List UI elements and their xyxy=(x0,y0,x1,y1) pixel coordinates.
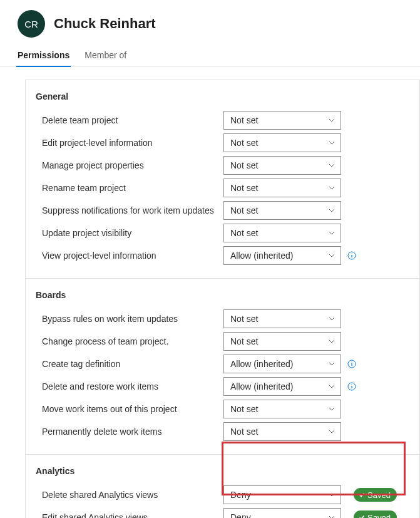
chevron-down-icon xyxy=(328,383,335,390)
permission-label: View project-level information xyxy=(36,251,223,261)
permission-label: Edit shared Analytics views xyxy=(36,512,223,518)
tab-permissions[interactable]: Permissions xyxy=(18,45,69,66)
saved-badge: Saved xyxy=(354,488,397,502)
permission-row: Bypass rules on work item updatesNot set xyxy=(36,308,409,330)
svg-point-5 xyxy=(351,361,352,362)
tab-label: Member of xyxy=(85,50,126,60)
permission-row: Update project visibilityNot set xyxy=(36,222,409,244)
chevron-down-icon xyxy=(328,229,335,237)
permission-row: Delete and restore work itemsAllow (inhe… xyxy=(36,375,409,398)
permission-label: Manage project properties xyxy=(36,160,223,170)
permission-select[interactable]: Allow (inherited) xyxy=(223,377,341,396)
permission-row: Create tag definitionAllow (inherited) xyxy=(36,353,409,375)
permission-row: Change process of team project.Not set xyxy=(36,330,409,353)
permission-select-value: Allow (inherited) xyxy=(230,359,293,369)
saved-badge-label: Saved xyxy=(367,513,391,519)
info-icon[interactable] xyxy=(347,360,356,368)
info-icon[interactable] xyxy=(347,382,356,391)
permission-row: Manage project propertiesNot set xyxy=(36,154,409,177)
permission-select-value: Not set xyxy=(230,336,258,346)
permission-row: Rename team projectNot set xyxy=(36,177,409,199)
avatar: CR xyxy=(18,10,45,38)
chevron-down-icon xyxy=(328,405,335,413)
permission-select[interactable]: Not set xyxy=(223,179,341,197)
permission-select[interactable]: Not set xyxy=(223,332,341,351)
permission-select-value: Not set xyxy=(230,404,258,414)
svg-point-2 xyxy=(351,253,352,254)
chevron-down-icon xyxy=(328,117,335,124)
section-boards: Boards Bypass rules on work item updates… xyxy=(26,279,419,449)
tab-member-of[interactable]: Member of xyxy=(85,45,126,66)
permission-select-value: Not set xyxy=(230,205,258,215)
permission-select-value: Allow (inherited) xyxy=(230,251,293,261)
section-general: General Delete team projectNot setEdit p… xyxy=(26,80,419,273)
chevron-down-icon xyxy=(328,338,335,345)
permission-select[interactable]: Not set xyxy=(223,309,341,328)
permission-row: Delete shared Analytics viewsDenySaved xyxy=(36,484,409,506)
permission-select[interactable]: Deny xyxy=(223,485,341,504)
permission-row: Edit shared Analytics viewsDenySaved xyxy=(36,506,409,518)
permission-label: Change process of team project. xyxy=(36,336,223,346)
chevron-down-icon xyxy=(328,162,335,169)
chevron-down-icon xyxy=(328,514,335,518)
permission-select[interactable]: Not set xyxy=(223,201,341,220)
permission-select[interactable]: Not set xyxy=(223,422,341,441)
permission-label: Move work items out of this project xyxy=(36,404,223,414)
permission-label: Delete shared Analytics views xyxy=(36,490,223,500)
permission-select-value: Not set xyxy=(230,160,258,170)
permission-select-value: Not set xyxy=(230,427,258,437)
permission-label: Edit project-level information xyxy=(36,138,223,148)
chevron-down-icon xyxy=(328,252,335,259)
permission-label: Create tag definition xyxy=(36,359,223,369)
permissions-panel: General Delete team projectNot setEdit p… xyxy=(25,80,420,518)
permission-select[interactable]: Not set xyxy=(223,224,341,242)
chevron-down-icon xyxy=(328,207,335,214)
permission-row: View project-level informationAllow (inh… xyxy=(36,244,409,267)
permission-label: Rename team project xyxy=(36,183,223,193)
saved-badge: Saved xyxy=(354,510,397,518)
avatar-initials: CR xyxy=(24,19,38,29)
section-title-analytics: Analytics xyxy=(36,466,409,476)
permission-select-value: Deny xyxy=(230,490,251,500)
section-title-boards: Boards xyxy=(36,290,409,300)
svg-point-8 xyxy=(351,384,352,385)
tab-label: Permissions xyxy=(18,50,69,60)
permission-select[interactable]: Allow (inherited) xyxy=(223,355,341,373)
permission-label: Bypass rules on work item updates xyxy=(36,314,223,324)
chevron-down-icon xyxy=(328,491,335,499)
permission-select[interactable]: Allow (inherited) xyxy=(223,246,341,265)
permission-select[interactable]: Not set xyxy=(223,111,341,130)
permission-label: Permanently delete work items xyxy=(36,427,223,437)
permission-label: Suppress notifications for work item upd… xyxy=(36,205,223,215)
tabs: Permissions Member of xyxy=(0,43,420,67)
permission-select-value: Allow (inherited) xyxy=(230,381,293,391)
chevron-down-icon xyxy=(328,428,335,435)
permission-select[interactable]: Not set xyxy=(223,133,341,152)
chevron-down-icon xyxy=(328,184,335,192)
permission-row: Move work items out of this projectNot s… xyxy=(36,398,409,420)
section-analytics: Analytics Delete shared Analytics viewsD… xyxy=(26,455,419,518)
permission-label: Update project visibility xyxy=(36,228,223,238)
page-title: Chuck Reinhart xyxy=(54,16,156,32)
permission-select[interactable]: Not set xyxy=(223,400,341,418)
permission-row: Edit project-level informationNot set xyxy=(36,132,409,154)
info-icon[interactable] xyxy=(347,251,356,260)
chevron-down-icon xyxy=(328,360,335,368)
permission-label: Delete and restore work items xyxy=(36,381,223,391)
user-header: CR Chuck Reinhart xyxy=(0,0,420,43)
permission-select[interactable]: Deny xyxy=(223,508,341,518)
permission-select-value: Deny xyxy=(230,512,251,518)
permission-row: Delete team projectNot set xyxy=(36,109,409,132)
permission-label: Delete team project xyxy=(36,115,223,125)
chevron-down-icon xyxy=(328,139,335,147)
section-title-general: General xyxy=(36,91,409,101)
permission-select-value: Not set xyxy=(230,115,258,125)
permission-select-value: Not set xyxy=(230,314,258,324)
permission-select-value: Not set xyxy=(230,228,258,238)
permission-row: Permanently delete work itemsNot set xyxy=(36,420,409,443)
permission-select-value: Not set xyxy=(230,138,258,148)
permission-select-value: Not set xyxy=(230,183,258,193)
permission-select[interactable]: Not set xyxy=(223,156,341,175)
saved-badge-label: Saved xyxy=(367,490,391,500)
permission-row: Suppress notifications for work item upd… xyxy=(36,199,409,222)
